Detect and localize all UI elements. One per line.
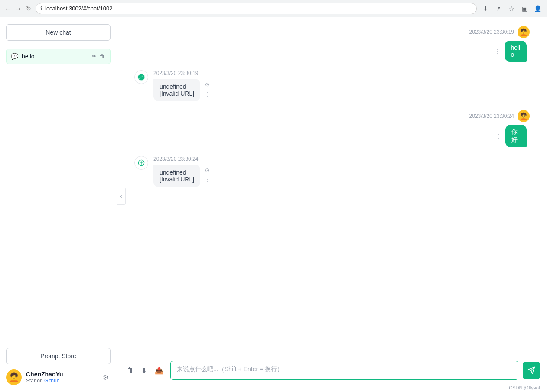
profile-icon[interactable]: 👤 [532,3,543,14]
share-button[interactable]: 📤 [152,365,166,376]
user-sub: Star on Github [26,378,97,384]
browser-actions: ⬇ ↗ ☆ ▣ 👤 [480,3,543,14]
split-view-icon[interactable]: ▣ [519,3,530,14]
message-meta: 2023/3/20 23:30:24 🧑‍🦱 [469,110,530,122]
user-bubble: 你好 [505,125,527,147]
chat-item[interactable]: 💬 hello ✏ 🗑 [6,49,111,64]
messages-container: 2023/3/20 23:30:19 🧑‍🦱 ⋮ hello [117,17,547,356]
prompt-store-button[interactable]: Prompt Store [6,348,111,364]
more-options-button[interactable]: ⋮ [494,132,503,140]
chat-input[interactable] [170,361,518,380]
sidebar: New chat 💬 hello ✏ 🗑 Prompt Store 🧑‍🦱 Ch… [0,17,117,392]
delete-chat-button[interactable]: 🗑 [99,52,106,60]
chat-area: 2023/3/20 23:30:19 🧑‍🦱 ⋮ hello [117,17,547,392]
chat-icon: 💬 [11,53,18,60]
settings-button[interactable]: ⚙ [101,372,111,383]
back-button[interactable]: ← [4,5,11,12]
ai-message-row: 2023/3/20 23:30:24 undefined [Invalid UR… [134,156,530,187]
more-options-button[interactable]: ⋮ [493,47,502,55]
avatar: 🧑‍🦱 [518,110,530,122]
ai-timestamp: 2023/3/20 23:30:24 [153,156,530,162]
download-icon[interactable]: ⬇ [480,3,491,14]
ai-bubble: undefined [Invalid URL] [153,165,200,187]
github-link[interactable]: Github [44,378,59,384]
user-profile: 🧑‍🦱 ChenZhaoYu Star on Github ⚙ [6,369,111,385]
input-area: 🗑 ⬇ 📤 [117,356,547,384]
ai-message-content: 2023/3/20 23:30:19 undefined [Invalid UR… [153,70,530,101]
user-message-row: 2023/3/20 23:30:19 🧑‍🦱 ⋮ hello [134,26,530,62]
message-timestamp: 2023/3/20 23:30:24 [469,113,514,119]
more-options-button[interactable]: ⋮ [203,90,212,98]
message-timestamp: 2023/3/20 23:30:19 [469,29,514,35]
sidebar-top: New chat [0,17,117,45]
edit-chat-button[interactable]: ✏ [91,52,97,60]
ai-timestamp: 2023/3/20 23:30:19 [153,70,530,76]
export-button[interactable]: ⬇ [139,365,150,376]
ai-message-row: 2023/3/20 23:30:19 undefined [Invalid UR… [134,70,530,101]
user-name: ChenZhaoYu [26,371,97,378]
chat-item-actions: ✏ 🗑 [91,52,106,60]
delete-button[interactable]: 🗑 [124,365,136,376]
more-options-button[interactable]: ⋮ [203,176,212,184]
forward-button[interactable]: → [15,5,22,12]
ai-avatar [134,70,148,84]
user-bubble: hello [505,41,526,62]
user-message-row: 2023/3/20 23:30:24 🧑‍🦱 ⋮ 你好 [134,110,530,147]
share-icon[interactable]: ↗ [493,3,504,14]
url-text: localhost:3002/#/chat/1002 [45,5,472,12]
url-bar: ℹ localhost:3002/#/chat/1002 [36,3,477,14]
bookmark-icon[interactable]: ☆ [506,3,517,14]
collapse-sidebar-button[interactable]: ‹ [117,188,126,205]
send-button[interactable] [523,362,540,379]
ai-bubble: undefined [Invalid URL] [153,79,200,101]
app-container: New chat 💬 hello ✏ 🗑 Prompt Store 🧑‍🦱 Ch… [0,17,547,392]
avatar: 🧑‍🦱 [518,26,530,38]
copy-button[interactable]: ⊙ [203,166,212,174]
chat-list: 💬 hello ✏ 🗑 [0,45,117,343]
chat-item-label: hello [22,53,88,60]
copy-button[interactable]: ⊙ [203,81,212,88]
footer-credit: CSDN @fly-iot [117,384,547,392]
info-icon: ℹ [40,6,42,12]
message-meta: 2023/3/20 23:30:19 🧑‍🦱 [469,26,530,38]
browser-chrome: ← → ↻ ℹ localhost:3002/#/chat/1002 ⬇ ↗ ☆… [0,0,547,17]
new-chat-button[interactable]: New chat [6,24,111,41]
user-info: ChenZhaoYu Star on Github [26,371,97,384]
avatar: 🧑‍🦱 [6,369,22,385]
ai-avatar [134,156,148,170]
reload-button[interactable]: ↻ [25,5,32,12]
ai-message-content: 2023/3/20 23:30:24 undefined [Invalid UR… [153,156,530,187]
input-toolbar: 🗑 ⬇ 📤 [124,365,166,376]
sidebar-bottom: Prompt Store 🧑‍🦱 ChenZhaoYu Star on Gith… [0,343,117,392]
